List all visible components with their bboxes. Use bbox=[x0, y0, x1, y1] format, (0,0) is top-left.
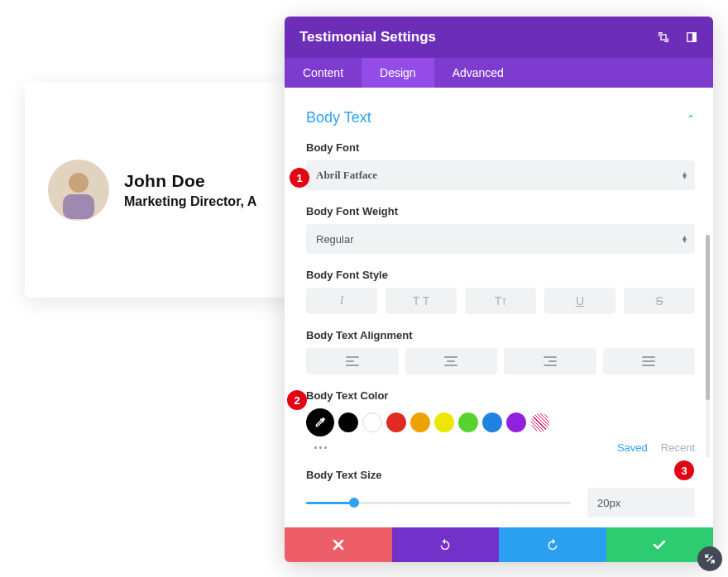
label-body-font-weight: Body Font Weight bbox=[306, 205, 695, 217]
swatch-yellow[interactable] bbox=[434, 412, 454, 432]
undo-button[interactable] bbox=[392, 527, 500, 562]
style-underline-button[interactable]: U bbox=[544, 288, 615, 314]
tab-design[interactable]: Design bbox=[362, 58, 434, 88]
caret-icon bbox=[682, 235, 687, 243]
caret-icon bbox=[682, 171, 687, 179]
chevron-up-icon: ⌄ bbox=[687, 112, 695, 124]
dock-icon[interactable] bbox=[685, 31, 698, 44]
testimonial-name: John Doe bbox=[124, 171, 256, 191]
resize-handle[interactable] bbox=[697, 546, 722, 571]
panel-header: Testimonial Settings bbox=[285, 17, 713, 58]
align-center-button[interactable] bbox=[405, 348, 498, 374]
saved-colors-tab[interactable]: Saved bbox=[617, 441, 648, 454]
scrollbar-thumb[interactable] bbox=[706, 235, 710, 400]
eyedropper-swatch[interactable] bbox=[306, 408, 334, 436]
cancel-button[interactable] bbox=[285, 527, 392, 562]
redo-button[interactable] bbox=[499, 527, 606, 562]
label-alignment: Body Text Alignment bbox=[306, 329, 695, 341]
swatch-none[interactable] bbox=[530, 412, 550, 432]
avatar bbox=[48, 160, 109, 221]
swatch-purple[interactable] bbox=[506, 412, 526, 432]
body-font-weight-value: Regular bbox=[316, 233, 354, 246]
align-left-button[interactable] bbox=[306, 348, 399, 374]
label-body-font: Body Font bbox=[306, 141, 695, 154]
text-size-slider[interactable] bbox=[306, 494, 571, 511]
swatch-blue[interactable] bbox=[482, 412, 502, 432]
style-italic-button[interactable]: I bbox=[306, 288, 377, 314]
svg-rect-2 bbox=[692, 33, 696, 42]
tabs: Content Design Advanced bbox=[285, 58, 713, 88]
panel-title: Testimonial Settings bbox=[299, 29, 436, 45]
section-header[interactable]: Body Text ⌄ bbox=[306, 109, 695, 126]
label-text-size: Body Text Size bbox=[306, 469, 695, 481]
swatch-red[interactable] bbox=[386, 412, 406, 432]
body-font-select[interactable]: Abril Fatface bbox=[306, 160, 695, 190]
swatch-white[interactable] bbox=[362, 412, 382, 432]
style-smallcaps-button[interactable]: TT bbox=[465, 288, 536, 314]
style-strikethrough-button[interactable]: S bbox=[624, 288, 695, 314]
text-size-input[interactable] bbox=[587, 488, 695, 517]
align-justify-button[interactable] bbox=[603, 348, 696, 374]
callout-2: 2 bbox=[287, 390, 307, 410]
swatch-orange[interactable] bbox=[410, 412, 430, 432]
svg-rect-0 bbox=[661, 35, 666, 40]
callout-3: 3 bbox=[674, 460, 694, 480]
style-uppercase-button[interactable]: T T bbox=[386, 288, 457, 314]
more-colors-button[interactable] bbox=[314, 446, 327, 449]
recent-colors-tab[interactable]: Recent bbox=[661, 441, 695, 454]
callout-1: 1 bbox=[290, 168, 309, 188]
tab-content[interactable]: Content bbox=[285, 58, 362, 88]
swatch-black[interactable] bbox=[338, 412, 358, 432]
expand-icon[interactable] bbox=[657, 31, 670, 44]
testimonial-preview-card: John Doe Marketing Director, A bbox=[25, 83, 290, 298]
label-text-color: Body Text Color bbox=[306, 389, 695, 402]
body-font-weight-select[interactable]: Regular bbox=[306, 224, 695, 254]
slider-handle[interactable] bbox=[349, 498, 359, 508]
testimonial-title: Marketing Director, A bbox=[124, 194, 256, 209]
section-title: Body Text bbox=[306, 109, 371, 126]
body-font-value: Abril Fatface bbox=[316, 169, 377, 182]
panel-footer bbox=[285, 527, 713, 562]
align-right-button[interactable] bbox=[504, 348, 596, 374]
label-body-font-style: Body Font Style bbox=[306, 269, 695, 281]
settings-panel: Testimonial Settings Content Design Adva… bbox=[285, 17, 713, 562]
swatch-green[interactable] bbox=[458, 412, 478, 432]
tab-advanced[interactable]: Advanced bbox=[434, 58, 522, 88]
